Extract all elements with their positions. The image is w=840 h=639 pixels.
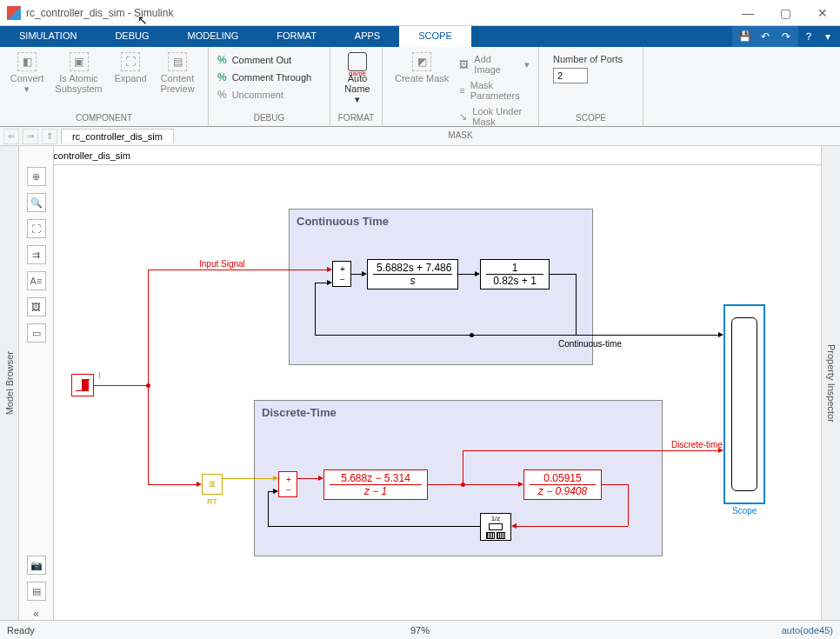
add-image-button[interactable]: 🖼Add Image▾ (456, 52, 533, 77)
auto-name-button[interactable]: name Auto Name▾ (336, 50, 379, 107)
convert-button[interactable]: ◧Convert▾ (5, 50, 49, 97)
redo-icon[interactable]: ↷ (777, 28, 795, 45)
scope-label: Scope (732, 506, 757, 516)
group-label-scope: SCOPE (544, 111, 637, 124)
image-icon[interactable]: 🖼 (27, 297, 46, 316)
wireless-icon: ⌇ (97, 370, 102, 380)
uncomment-button[interactable]: %Uncomment (214, 87, 324, 103)
discrete-signal-label: Discrete-time (671, 440, 723, 449)
mask-parameters-button[interactable]: ≡Mask Parameters (456, 78, 533, 103)
maximize-button[interactable]: ▢ (775, 4, 797, 22)
scope-block[interactable] (723, 304, 765, 504)
minimize-button[interactable]: — (737, 4, 759, 22)
status-bar: Ready 97% auto(ode45) (0, 620, 840, 639)
screenshot-icon[interactable]: 📷 (27, 556, 46, 575)
document-tab[interactable]: rc_controller_dis_sim (61, 129, 174, 143)
continuous-title: Continuous Time (297, 215, 389, 228)
sample-time-icon[interactable]: ⇉ (27, 245, 46, 264)
input-signal-label: Input Signal (199, 259, 245, 269)
sum-discrete[interactable]: +− (278, 471, 297, 497)
rt-label: RT (207, 497, 217, 506)
tf-continuous-1[interactable]: 5.6882s + 7.486 s (367, 259, 458, 290)
canvas-palette: ⊕ 🔍 ⛶ ⇉ A≡ 🖼 ▭ 📷 ▤ « (19, 146, 54, 620)
ports-label: Number of Ports (553, 54, 629, 64)
zoom-icon[interactable]: 🔍 (27, 193, 46, 212)
window-title: rc_controller_dis_sim - Simulink (26, 7, 737, 19)
close-button[interactable]: ✕ (812, 4, 833, 22)
diagnostics-icon[interactable]: ▤ (27, 582, 46, 601)
model-browser-panel[interactable]: Model Browser (0, 146, 19, 620)
group-label-component: COMPONENT (5, 111, 203, 124)
collapse-palette-icon[interactable]: « (33, 608, 39, 620)
status-ready: Ready (7, 625, 35, 636)
nav-up-icon[interactable]: ⇑ (42, 129, 57, 144)
group-label-mask: MASK (388, 129, 533, 142)
ports-input[interactable] (553, 68, 588, 83)
group-label-format: FORMAT (336, 111, 377, 124)
app-icon (7, 6, 21, 20)
discrete-title: Discrete-Time (262, 406, 337, 419)
property-inspector-panel[interactable]: Property Inspector (821, 146, 840, 620)
expand-button[interactable]: ⛶Expand (109, 50, 152, 85)
toolstrip: ◧Convert▾ ▣Is Atomic Subsystem ⛶Expand ▤… (0, 47, 840, 127)
atomic-subsystem-button[interactable]: ▣Is Atomic Subsystem (49, 50, 109, 96)
scope-screen-icon (731, 317, 757, 491)
content-preview-button[interactable]: ▤Content Preview (152, 50, 203, 96)
rate-transition-block[interactable]: ▥ (202, 474, 223, 495)
help-icon[interactable]: ？ (800, 28, 817, 45)
continuous-signal-label: Continuous-time (558, 339, 622, 349)
status-zoom[interactable]: 97% (410, 625, 430, 636)
tab-modeling[interactable]: MODELING (169, 26, 258, 47)
dropdown-icon[interactable]: ▾ (819, 28, 837, 45)
status-solver[interactable]: auto(ode45) (782, 625, 833, 636)
tf-discrete-2[interactable]: 0.05915 z − 0.9408 (523, 469, 602, 500)
nav-fwd-icon[interactable]: ⇒ (23, 129, 38, 144)
sum-continuous[interactable]: +− (332, 261, 351, 287)
model-canvas[interactable]: Continuous Time Discrete-Time ⌇ ▥ RT +− … (54, 165, 821, 620)
tab-apps[interactable]: APPS (336, 26, 399, 47)
nav-back-icon[interactable]: ⇐ (3, 129, 19, 144)
look-under-mask-button[interactable]: ↘Look Under Mask (456, 104, 533, 129)
annotation-icon[interactable]: A≡ (27, 271, 46, 290)
step-block[interactable] (71, 374, 94, 396)
memory-block[interactable]: 1/z (480, 513, 511, 541)
tab-simulation[interactable]: SIMULATION (0, 26, 96, 47)
title-bar: rc_controller_dis_sim - Simulink — ▢ ✕ (0, 0, 840, 26)
breadcrumb-bar: ⊙ ▸ rc_controller_dis_sim ▼ (0, 146, 840, 165)
tab-scope[interactable]: SCOPE (399, 26, 471, 47)
group-label-debug: DEBUG (214, 111, 324, 124)
create-mask-button[interactable]: ◩Create Mask (388, 50, 456, 85)
undo-icon[interactable]: ↶ (757, 28, 774, 45)
fit-all-icon[interactable]: ⛶ (27, 219, 46, 238)
save-icon[interactable]: 💾 (736, 28, 753, 45)
fit-view-icon[interactable]: ⊕ (27, 167, 46, 186)
comment-out-button[interactable]: %Comment Out (214, 52, 324, 68)
comment-through-button[interactable]: %Comment Through (214, 70, 324, 85)
tab-debug[interactable]: DEBUG (96, 26, 168, 47)
tab-format[interactable]: FORMAT (257, 26, 336, 47)
tf-continuous-2[interactable]: 1 0.82s + 1 (480, 259, 550, 290)
area-icon[interactable]: ▭ (27, 323, 46, 343)
ribbon-tab-bar: SIMULATION DEBUG MODELING FORMAT APPS SC… (0, 26, 840, 47)
tf-discrete-1[interactable]: 5.688z − 5.314 z − 1 (323, 469, 428, 500)
